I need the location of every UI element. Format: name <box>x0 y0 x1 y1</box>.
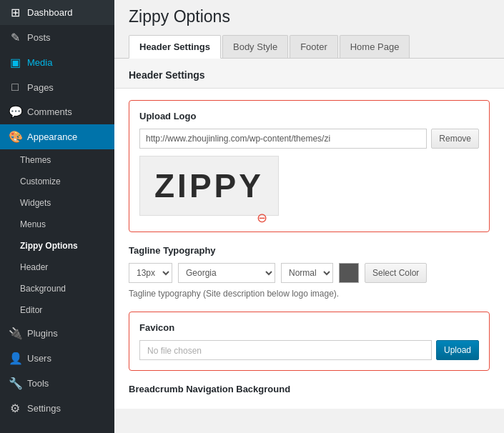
sidebar-label-tools: Tools <box>27 378 49 389</box>
tabs-bar: Header Settings Body Style Footer Home P… <box>114 35 504 59</box>
sidebar-label-widgets: Widgets <box>20 198 51 208</box>
sidebar-item-appearance[interactable]: 🎨 Appearance <box>0 124 114 149</box>
sidebar-label-zippy-options: Zippy Options <box>20 241 78 251</box>
sidebar-item-plugins[interactable]: 🔌 Plugins <box>0 321 114 346</box>
tab-body-style[interactable]: Body Style <box>222 35 288 58</box>
sidebar-item-themes[interactable]: Themes <box>0 149 114 171</box>
tagline-label: Tagline Typography <box>129 245 490 256</box>
appearance-icon: 🎨 <box>9 130 21 144</box>
sidebar-label-plugins: Plugins <box>27 328 58 339</box>
appearance-submenu: Themes Customize Widgets Menus Zippy Opt… <box>0 149 114 321</box>
media-icon: ▣ <box>9 56 21 69</box>
sidebar-label-settings: Settings <box>27 403 61 414</box>
sidebar-label-posts: Posts <box>27 32 51 43</box>
posts-icon: ✎ <box>9 31 21 44</box>
upload-logo-box: Upload Logo Remove ZIPPY ⊖ <box>129 100 490 232</box>
tab-footer[interactable]: Footer <box>290 35 338 58</box>
tab-home-page[interactable]: Home Page <box>340 35 410 58</box>
page-title: Zippy Options <box>114 0 504 35</box>
favicon-file-placeholder: No file chosen <box>139 340 432 360</box>
sidebar-item-zippy-options[interactable]: Zippy Options <box>0 235 114 257</box>
remove-circle-icon[interactable]: ⊖ <box>257 210 267 226</box>
sidebar-label-menus: Menus <box>20 219 46 229</box>
breadcrumb-section: Breadcrumb Navigation Background <box>129 384 490 394</box>
pages-icon: □ <box>9 81 21 94</box>
font-family-select[interactable]: Georgia Arial Times New Roman Verdana <box>178 263 275 283</box>
sidebar-label-dashboard: Dashboard <box>27 7 73 18</box>
tagline-help-text: Tagline typography (Site description bel… <box>129 289 490 299</box>
sidebar-label-themes: Themes <box>20 155 51 165</box>
sidebar-item-tools[interactable]: 🔧 Tools <box>0 371 114 396</box>
main-content: Zippy Options Header Settings Body Style… <box>114 0 504 433</box>
logo-url-input[interactable] <box>139 129 427 149</box>
select-color-button[interactable]: Select Color <box>365 263 427 283</box>
sidebar-item-comments[interactable]: 💬 Comments <box>0 99 114 124</box>
sidebar-item-settings[interactable]: ⚙ Settings <box>0 396 114 421</box>
settings-icon: ⚙ <box>9 402 21 415</box>
sidebar-label-editor: Editor <box>20 305 42 315</box>
logo-text: ZIPPY <box>154 166 264 205</box>
font-size-select[interactable]: 13px 10px 11px 12px 14px 16px 18px 20px <box>129 263 172 283</box>
users-icon: 👤 <box>9 352 21 365</box>
tab-header-settings[interactable]: Header Settings <box>129 35 221 59</box>
upload-logo-label: Upload Logo <box>139 111 479 121</box>
sidebar-label-pages: Pages <box>27 82 54 93</box>
favicon-input-row: No file chosen Upload <box>139 340 479 360</box>
sidebar-label-users: Users <box>27 353 51 364</box>
favicon-label: Favicon <box>139 322 479 333</box>
sidebar-label-media: Media <box>27 57 52 68</box>
sidebar-label-comments: Comments <box>27 106 72 117</box>
sidebar-item-media[interactable]: ▣ Media <box>0 50 114 75</box>
tools-icon: 🔧 <box>9 377 21 390</box>
sidebar-label-customize: Customize <box>20 176 61 186</box>
font-style-select[interactable]: Normal Bold Italic <box>281 263 333 283</box>
logo-url-row: Remove <box>139 129 479 149</box>
sidebar-item-background[interactable]: Background <box>0 278 114 299</box>
sidebar-label-background: Background <box>20 284 66 294</box>
sidebar-item-customize[interactable]: Customize <box>0 171 114 192</box>
content-area: Upload Logo Remove ZIPPY ⊖ Tagline Typog… <box>114 89 504 409</box>
comments-icon: 💬 <box>9 105 21 119</box>
sidebar: ⊞ Dashboard ✎ Posts ▣ Media □ Pages 💬 Co… <box>0 0 114 433</box>
sidebar-item-header[interactable]: Header <box>0 257 114 278</box>
logo-preview: ZIPPY <box>139 156 279 216</box>
font-color-swatch[interactable] <box>339 263 359 283</box>
sidebar-item-posts[interactable]: ✎ Posts <box>0 25 114 50</box>
remove-logo-button[interactable]: Remove <box>431 129 479 149</box>
plugins-icon: 🔌 <box>9 327 21 340</box>
tagline-controls: 13px 10px 11px 12px 14px 16px 18px 20px … <box>129 263 490 283</box>
section-header-settings-title: Header Settings <box>114 59 504 89</box>
sidebar-item-widgets[interactable]: Widgets <box>0 192 114 214</box>
sidebar-item-users[interactable]: 👤 Users <box>0 346 114 371</box>
favicon-upload-button[interactable]: Upload <box>436 340 479 360</box>
sidebar-item-pages[interactable]: □ Pages <box>0 75 114 99</box>
breadcrumb-label: Breadcrumb Navigation Background <box>129 384 490 394</box>
tagline-typography-section: Tagline Typography 13px 10px 11px 12px 1… <box>129 245 490 299</box>
sidebar-item-editor[interactable]: Editor <box>0 299 114 321</box>
sidebar-item-dashboard[interactable]: ⊞ Dashboard <box>0 0 114 25</box>
sidebar-item-menus[interactable]: Menus <box>0 214 114 235</box>
favicon-box: Favicon No file chosen Upload <box>129 312 490 371</box>
sidebar-label-header: Header <box>20 262 48 272</box>
sidebar-label-appearance: Appearance <box>27 131 77 142</box>
dashboard-icon: ⊞ <box>9 6 21 19</box>
